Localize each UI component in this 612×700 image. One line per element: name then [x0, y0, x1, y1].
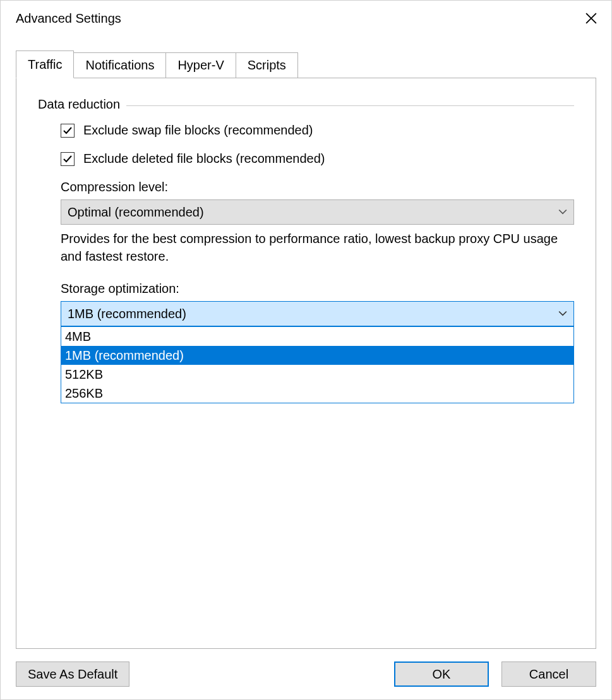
checkbox-exclude-swap[interactable]: [61, 124, 75, 138]
compression-label: Compression level:: [61, 180, 574, 194]
check-icon: [63, 154, 73, 164]
group-title: Data reduction: [38, 97, 120, 112]
tab-label: Traffic: [28, 57, 62, 72]
group-divider: [126, 105, 574, 106]
chevron-down-icon: [558, 208, 567, 217]
compression-value: Optimal (recommended): [68, 205, 204, 220]
client-area: Traffic Notifications Hyper-V Scripts Da…: [1, 36, 611, 649]
compression-dropdown[interactable]: Optimal (recommended): [61, 199, 574, 225]
close-button[interactable]: [576, 3, 606, 33]
chevron-down-icon: [558, 309, 567, 318]
storage-dropdown[interactable]: 1MB (recommended): [61, 301, 574, 326]
button-label: Save As Default: [28, 667, 117, 682]
tab-label: Scripts: [248, 58, 286, 73]
ok-button[interactable]: OK: [394, 661, 489, 687]
checkbox-row-swap: Exclude swap file blocks (recommended): [61, 123, 574, 138]
close-icon: [585, 13, 597, 24]
tab-scripts[interactable]: Scripts: [236, 52, 298, 78]
check-icon: [63, 126, 73, 136]
storage-option-1mb[interactable]: 1MB (recommended): [61, 346, 573, 365]
storage-dropdown-list: 4MB 1MB (recommended) 512KB 256KB: [61, 326, 574, 403]
save-as-default-button[interactable]: Save As Default: [16, 661, 129, 687]
window-title: Advanced Settings: [16, 11, 576, 26]
checkbox-label: Exclude deleted file blocks (recommended…: [83, 151, 325, 166]
storage-option-256kb[interactable]: 256KB: [61, 384, 573, 403]
storage-value: 1MB (recommended): [68, 307, 186, 321]
tab-traffic[interactable]: Traffic: [16, 50, 74, 78]
tab-label: Hyper-V: [177, 58, 224, 73]
dialog-footer: Save As Default OK Cancel: [1, 649, 611, 699]
storage-option-512kb[interactable]: 512KB: [61, 365, 573, 384]
compression-help: Provides for the best compression to per…: [61, 230, 574, 265]
checkbox-exclude-deleted[interactable]: [61, 152, 75, 166]
tab-notifications[interactable]: Notifications: [73, 52, 166, 78]
checkbox-row-deleted: Exclude deleted file blocks (recommended…: [61, 151, 574, 166]
tabstrip: Traffic Notifications Hyper-V Scripts: [16, 51, 596, 78]
storage-option-4mb[interactable]: 4MB: [61, 327, 573, 346]
button-label: OK: [433, 667, 451, 682]
option-label: 512KB: [65, 367, 103, 382]
storage-dropdown-wrap: 1MB (recommended) 4MB 1MB (recommended) …: [61, 301, 574, 326]
group-header: Data reduction: [38, 97, 574, 112]
tabpanel-traffic: Data reduction Exclude swap file blocks …: [16, 78, 596, 649]
titlebar: Advanced Settings: [1, 1, 611, 36]
checkbox-label: Exclude swap file blocks (recommended): [83, 123, 313, 138]
option-label: 1MB (recommended): [65, 348, 184, 363]
tab-hyperv[interactable]: Hyper-V: [165, 52, 236, 78]
storage-label: Storage optimization:: [61, 282, 574, 296]
option-label: 4MB: [65, 329, 91, 344]
tab-label: Notifications: [85, 58, 154, 73]
cancel-button[interactable]: Cancel: [501, 661, 596, 687]
button-label: Cancel: [529, 667, 568, 682]
advanced-settings-dialog: Advanced Settings Traffic Notifications …: [0, 0, 612, 700]
option-label: 256KB: [65, 386, 103, 401]
